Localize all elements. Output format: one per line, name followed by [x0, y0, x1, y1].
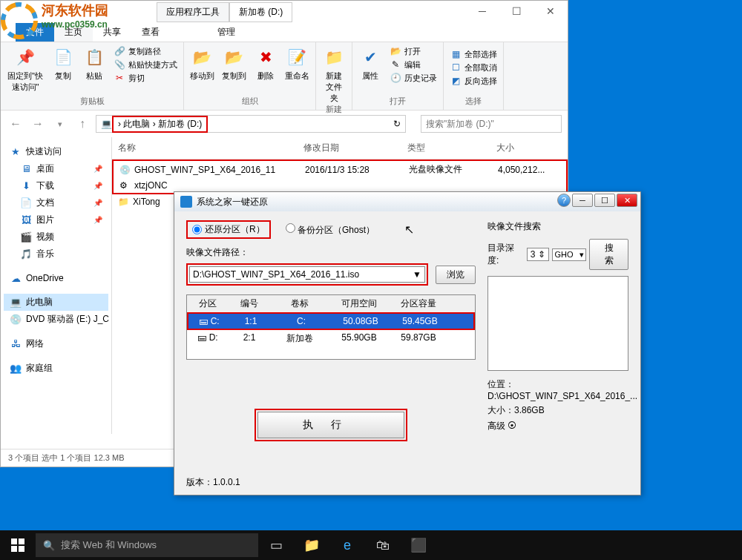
path-label: 映像文件路径：	[186, 246, 476, 259]
depth-spinner[interactable]: 3 ⇕	[527, 248, 550, 261]
chevron-down-icon[interactable]: ▼	[413, 269, 421, 280]
cursor-icon: ↖	[404, 223, 414, 237]
taskbar-app[interactable]: ⬛	[401, 530, 436, 560]
ribbon-tab-manage[interactable]: 管理	[207, 23, 246, 42]
history-icon: 🕘	[390, 72, 401, 84]
sidebar-dvd[interactable]: 💿DVD 驱动器 (E:) J_C	[4, 311, 108, 328]
cut-button[interactable]: ✂剪切	[114, 72, 177, 84]
rename-button[interactable]: 📝重命名	[285, 45, 309, 82]
clipboard-group-label: 剪贴板	[80, 96, 105, 107]
copyto-icon: 📂	[223, 45, 246, 69]
copy-button[interactable]: 📄 复制	[51, 45, 75, 82]
advanced-link[interactable]: 高级 ⦿	[487, 420, 628, 432]
taskbar-explorer[interactable]: 📁	[294, 530, 329, 560]
pc-icon: 💻	[101, 119, 112, 129]
delete-button[interactable]: ✖删除	[254, 45, 278, 82]
open-button[interactable]: 📂打开	[390, 45, 437, 57]
select-invert-button[interactable]: ◩反向选择	[450, 75, 497, 87]
partition-row[interactable]: 🖴 D: 2:1 新加卷 55.90GB 59.87GB	[187, 330, 475, 347]
homegroup-icon: 👥	[10, 363, 22, 375]
paste-shortcut-button[interactable]: 📎粘贴快捷方式	[114, 59, 177, 70]
sidebar-quick-access[interactable]: ★快速访问	[4, 143, 108, 160]
delete-icon: ✖	[254, 45, 278, 69]
task-view-button[interactable]: ▭	[258, 530, 294, 560]
start-button[interactable]	[0, 530, 36, 560]
taskbar-search[interactable]: 🔍 搜索 Web 和 Windows	[36, 533, 258, 557]
taskbar: 🔍 搜索 Web 和 Windows ▭ 📁 e 🛍 ⬛	[0, 530, 742, 560]
col-size[interactable]: 大小	[490, 142, 565, 154]
music-icon: 🎵	[20, 248, 32, 260]
col-name[interactable]: 名称	[112, 142, 298, 154]
execute-button[interactable]: 执行	[255, 409, 407, 441]
nav-recent-button[interactable]: ▾	[51, 115, 69, 133]
dialog-title-text: 系统之家一键还原	[197, 196, 268, 208]
restore-radio[interactable]: 还原分区（R）	[186, 220, 271, 239]
file-row[interactable]: ⚙xtzjONC	[114, 178, 566, 193]
sidebar-homegroup[interactable]: 👥家庭组	[4, 360, 108, 377]
path-icon: 🔗	[114, 45, 125, 57]
minimize-button[interactable]: ─	[465, 1, 499, 22]
move-to-button[interactable]: 📂移动到	[190, 45, 214, 82]
file-row[interactable]: 💿GHOST_WIN7_SP1_X64_2016_11 2016/11/3 15…	[114, 161, 566, 178]
col-free: 可用空间	[329, 295, 389, 312]
search-results[interactable]	[487, 276, 628, 371]
help-button[interactable]: ?	[557, 194, 571, 207]
search-button[interactable]: 搜索	[589, 239, 628, 270]
history-button[interactable]: 🕘历史记录	[390, 72, 437, 84]
sidebar-music[interactable]: 🎵音乐	[4, 246, 108, 263]
select-all-button[interactable]: ▦全部选择	[450, 48, 497, 60]
pc-icon: 💻	[10, 297, 22, 309]
search-input[interactable]	[421, 115, 562, 133]
path-combo[interactable]: D:\GHOST_WIN7_SP1_X64_2016_11.iso▼	[186, 263, 428, 286]
version-label: 版本：1.0.0.1	[186, 476, 240, 489]
context-tab-apptools[interactable]: 应用程序工具	[157, 2, 229, 22]
sidebar: ★快速访问 🖥桌面📌 ⬇下载📌 📄文档📌 🖼图片📌 🎬视频 🎵音乐 ☁OneDr…	[1, 137, 112, 434]
col-date[interactable]: 修改日期	[298, 142, 401, 154]
maximize-button[interactable]: ☐	[499, 1, 533, 22]
sidebar-this-pc[interactable]: 💻此电脑	[4, 294, 108, 311]
paste-button[interactable]: 📋 粘贴	[82, 45, 106, 82]
copy-icon: 📄	[51, 45, 75, 69]
properties-icon: ✔	[358, 45, 382, 69]
browse-button[interactable]: 浏览	[436, 266, 476, 284]
dialog-titlebar[interactable]: 系统之家一键还原 ? ─ ☐ ✕	[174, 192, 640, 211]
taskbar-edge[interactable]: e	[329, 530, 365, 560]
copy-to-button[interactable]: 📂复制到	[222, 45, 246, 82]
refresh-icon[interactable]: ↻	[393, 119, 401, 129]
ribbon-tab-view[interactable]: 查看	[131, 23, 170, 42]
breadcrumb[interactable]: 💻 › 此电脑 › 新加卷 (D:) ↻	[96, 115, 406, 133]
col-type[interactable]: 类型	[401, 142, 490, 154]
nav-up-button[interactable]: ↑	[73, 115, 91, 133]
new-folder-button[interactable]: 📁新建文件夹	[322, 45, 346, 104]
ext-combo[interactable]: GHO▾	[552, 248, 586, 261]
sidebar-downloads[interactable]: ⬇下载📌	[4, 177, 108, 194]
documents-icon: 📄	[20, 197, 32, 209]
select-none-button[interactable]: ☐全部取消	[450, 62, 497, 73]
backup-radio[interactable]: 备份分区（Ghost）	[286, 223, 375, 237]
taskbar-store[interactable]: 🛍	[365, 530, 401, 560]
svg-rect-5	[19, 546, 24, 552]
nav-back-button[interactable]: ←	[7, 115, 24, 133]
sidebar-network[interactable]: 🖧网络	[4, 335, 108, 352]
partition-row[interactable]: 🖴 C: 1:1 C: 50.08GB 59.45GB	[188, 314, 473, 329]
close-button[interactable]: ✕	[617, 194, 637, 207]
close-button[interactable]: ✕	[533, 1, 568, 22]
context-tab-volume[interactable]: 新加卷 (D:)	[229, 2, 292, 22]
copy-path-button[interactable]: 🔗复制路径	[114, 45, 177, 57]
sidebar-videos[interactable]: 🎬视频	[4, 228, 108, 246]
sidebar-desktop[interactable]: 🖥桌面📌	[4, 160, 108, 177]
pin-quickaccess-button[interactable]: 📌 固定到"快速访问"	[7, 45, 44, 93]
sidebar-onedrive[interactable]: ☁OneDrive	[4, 270, 108, 286]
desktop-icon: 🖥	[20, 163, 32, 175]
pictures-icon: 🖼	[20, 214, 32, 226]
properties-button[interactable]: ✔属性	[358, 45, 382, 82]
sidebar-pictures[interactable]: 🖼图片📌	[4, 211, 108, 228]
edit-button[interactable]: ✎编辑	[390, 59, 437, 70]
sidebar-documents[interactable]: 📄文档📌	[4, 194, 108, 211]
maximize-button[interactable]: ☐	[594, 194, 615, 207]
minimize-button[interactable]: ─	[572, 194, 593, 207]
location-info: 位置：D:\GHOST_WIN7_SP1_X64_2016_...	[487, 378, 628, 401]
nav-forward-button[interactable]: →	[29, 115, 47, 133]
exe-icon: ⚙	[119, 180, 131, 191]
cut-icon: ✂	[114, 72, 125, 84]
